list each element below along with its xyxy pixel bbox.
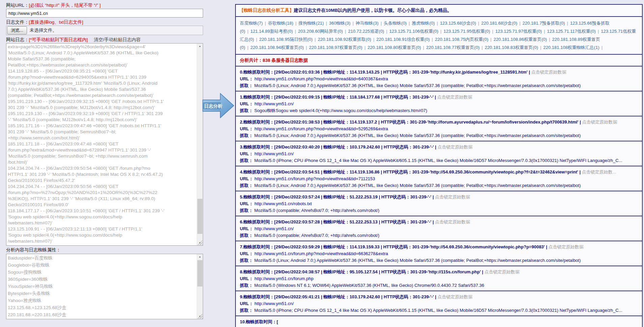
stat-separator: | <box>353 21 354 26</box>
file-status-text: 未选择文件。 <box>30 27 57 33</box>
analyze-log-button[interactable]: 日志分析 <box>202 92 235 119</box>
spider-stat-link[interactable]: 谷歌蜘蛛(18) <box>268 21 293 26</box>
entry-url-link[interactable]: http://www.ym51.cn/forum.php <box>254 276 313 281</box>
attr-scrollbar[interactable]: ▲ ▼ <box>197 254 203 319</box>
scroll-up-icon[interactable]: ▲ <box>197 254 203 259</box>
spider-stat-link[interactable]: 123.125.71.95低权重(0) <box>444 29 490 34</box>
spider-stat-link[interactable]: 121.14.89新站考察(0) <box>250 29 293 34</box>
lock-raw-data-link[interactable]: 点击锁定原始数据 <box>582 119 617 125</box>
url-field-label: URL： <box>240 101 253 106</box>
log-entry: 5.蜘蛛抓取时间：[29/Dec/2022:03:57:24 | 蜘蛛IP地址：… <box>236 191 642 216</box>
spider-stat-link[interactable]: 220.181.108.97权重首页(0) <box>309 45 362 50</box>
site-log-textarea[interactable]: extra=page%3D1%26filter%3Dreply%26orderb… <box>6 44 197 246</box>
url-field-label: URL： <box>240 201 253 206</box>
entry-url-link[interactable]: http://www.ym51.cn/forum.php?mod=viewthr… <box>254 126 388 131</box>
url-field-label: URL： <box>240 176 253 181</box>
spider-stat-link[interactable]: 220.181.108.94权重首页(0) <box>250 45 304 50</box>
entry-url-link[interactable]: http://www.ym51.cn/forum.php?mod=viewthr… <box>254 251 388 256</box>
entry-url-link[interactable]: http://www.ym51.cn/ <box>254 151 293 156</box>
spider-stat-link[interactable]: 雅虎蜘蛛(0) <box>412 21 435 26</box>
entry-user-agent-text: Mozilla/5.0 (Linux; Android 7.0;) AppleW… <box>254 133 581 138</box>
spider-stat-link[interactable]: 123.125.71.106低权重(0) <box>389 29 438 34</box>
spider-stat-link[interactable]: 220.181.7预备抓取(0) <box>523 21 565 26</box>
stat-separator: | <box>540 45 541 50</box>
url-field-label: URL： <box>240 151 253 156</box>
spider-stat-link[interactable]: 220.181.108.91综合权重(0) <box>376 37 430 42</box>
spider-stat-link[interactable]: 神马蜘蛛(3) <box>356 21 379 26</box>
lock-raw-data-link[interactable]: 点击锁定原始数据 <box>437 94 472 100</box>
entry-url-link[interactable]: http://www.ym51.cn/ <box>254 101 293 106</box>
stat-separator: | <box>295 29 296 34</box>
lock-raw-data-link[interactable]: 点击锁定原始数据 <box>438 144 473 149</box>
entry-url-link[interactable]: http://www.ym51.cn/ <box>254 301 293 306</box>
ua-field-label: 抓取： <box>240 158 253 163</box>
entry-user-agent-text: Mozilla/5.0 (Linux; Android 7.0;) AppleW… <box>254 258 581 263</box>
log-scrollbar[interactable]: ▲ ▼ <box>197 44 203 245</box>
spider-stat-link[interactable]: 220.181.108.75内页权重(0) <box>435 37 488 42</box>
entry-meta-text: 4.蜘蛛抓取时间：[29/Dec/2022:03:54:51 | 蜘蛛IP地址：… <box>240 169 582 174</box>
entry-url-link[interactable]: http://www.ym51.cn/forum.php?mod=viewthr… <box>254 76 388 81</box>
spider-stat-link[interactable]: 220.181.108.92权重抓取(0) <box>318 37 371 42</box>
spider-stat-link[interactable]: 220.181.108权重蜘蛛汇总(1) <box>543 45 599 50</box>
spider-stat-link[interactable]: 220.181.108.80权重首页(0) <box>368 45 421 50</box>
stat-separator: | <box>409 21 410 26</box>
scrollbar-thumb[interactable] <box>197 260 202 287</box>
log-file-input[interactable]: 浏览... 未选择文件。 <box>6 26 203 35</box>
log-file-label: 日志文件： <box>6 20 29 25</box>
lock-raw-data-link[interactable]: 点击锁定原始数据 <box>484 269 520 274</box>
spider-stat-link[interactable]: 220.181.108.83权重首页(0) <box>485 45 538 50</box>
spider-stat-link[interactable]: 360蜘蛛(3) <box>329 21 351 26</box>
site-log-textarea-frame: extra=page%3D1%26filter%3Dreply%26orderb… <box>6 43 203 246</box>
entry-meta-text: 6.蜘蛛抓取时间：[29/Dec/2022:03:57:28 | 蜘蛛IP地址：… <box>240 219 435 224</box>
tool-name: 【蜘蛛日志在线分析工具】 <box>239 8 294 13</box>
spider-stats: 百度蜘蛛(7)|谷歌蜘蛛(18)|搜狗蜘蛛(21)|360蜘蛛(3)|神马蜘蛛(… <box>236 17 642 55</box>
spider-stat-link[interactable]: 123.125.68沙盒(0) <box>440 21 476 26</box>
stat-separator: | <box>373 37 374 42</box>
entry-url-link[interactable]: http://www.ym51.cn/forum.php?mod=viewthr… <box>254 176 375 181</box>
ua-field-label: 抓取： <box>240 208 253 213</box>
url-field-label: URL： <box>240 126 253 131</box>
clear-paste-log-link[interactable]: 清空/手动粘贴日志内容 <box>94 37 141 42</box>
spider-stat-link[interactable]: 搜狗蜘蛛(21) <box>299 21 324 26</box>
spider-stat-link[interactable]: 123.125.71.117低权重(0) <box>547 29 596 34</box>
entry-user-agent-text: Mozilla/5.0 (iPhone; CPU iPhone OS 12_1_… <box>254 158 622 163</box>
entry-meta-text: 2.蜘蛛抓取时间：[29/Dec/2022:01:38:53 | 蜘蛛IP地址：… <box>240 119 582 125</box>
browse-button[interactable]: 浏览... <box>7 26 27 34</box>
site-url-input[interactable] <box>6 9 203 18</box>
entry-meta-text: 5.蜘蛛抓取时间：[29/Dec/2022:03:57:24 | 蜘蛛IP地址：… <box>240 194 435 199</box>
spider-stat-link[interactable]: 123.125.71.97低权重(0) <box>495 29 542 34</box>
lock-raw-data-link[interactable]: 点击锁定原始数据 <box>435 219 470 224</box>
stat-separator: | <box>295 21 296 26</box>
spider-stat-link[interactable]: 220.181.108.77权重首页(0) <box>426 45 479 50</box>
entry-user-agent-text: Mozilla/5.0 (Linux; Android 7.0;) AppleW… <box>254 183 581 188</box>
lock-raw-data-link[interactable]: 点击锁定原始数据 <box>435 194 470 199</box>
lock-raw-data-link[interactable]: 点击锁定原始数... <box>582 169 616 174</box>
entry-meta-text: 10.蜘蛛抓取时间：[ <box>240 319 278 324</box>
spider-stat-link[interactable]: 百度蜘蛛(7) <box>240 21 263 26</box>
lock-raw-data-link[interactable]: 点击锁定原始数据 <box>531 70 566 75</box>
spider-stat-link[interactable]: 210.72.225巡逻(0) <box>348 29 384 34</box>
spider-stat-link[interactable]: 220.181.68沙盒(0) <box>481 21 517 26</box>
entry-user-agent-text: Mozilla/5.0 (compatible; AhrefsBot/7.0; … <box>254 233 380 238</box>
stat-separator: | <box>491 37 492 42</box>
lock-raw-data-link[interactable]: 点击锁定原始数据 <box>438 294 473 299</box>
spider-attr-textarea[interactable]: Baiduspider=百度蜘蛛 Googlebot=谷歌蜘蛛 Sogou=搜狗… <box>6 254 197 319</box>
spider-attr-textarea-frame: Baiduspider=百度蜘蛛 Googlebot=谷歌蜘蛛 Sogou=搜狗… <box>6 254 203 319</box>
scroll-up-icon[interactable]: ▲ <box>197 44 203 49</box>
entry-url-link[interactable]: http://www.ym51.cn/robots.txt <box>254 201 312 206</box>
entry-meta-text: 3.蜘蛛抓取时间：[29/Dec/2022:03:40:20 | 蜘蛛IP地址：… <box>240 144 438 149</box>
stat-separator: | <box>247 29 248 34</box>
url-field-label: URL： <box>240 276 253 281</box>
stat-separator: | <box>386 29 387 34</box>
entry-url-link[interactable]: http://www.ym51.cn/ <box>254 226 293 231</box>
spider-stat-link[interactable]: 头条蜘蛛(0) <box>384 21 407 26</box>
spider-stat-link[interactable]: 220.181.108.95隔日快照(0) <box>259 37 312 42</box>
spider-stat-link[interactable]: 203.208.60网站异常(0) <box>298 29 343 34</box>
log-entry: 2.蜘蛛抓取时间：[29/Dec/2022:01:38:53 | 蜘蛛IP地址：… <box>236 116 642 141</box>
entry-meta-text: 7.蜘蛛抓取时间：[29/Dec/2022:03:59:29 | 蜘蛛IP地址：… <box>240 244 549 249</box>
scrollbar-thumb[interactable] <box>197 199 202 234</box>
url-field-label: URL： <box>240 226 253 231</box>
stat-separator: | <box>256 37 257 42</box>
spider-stat-link[interactable]: 220.181.108.86权重首页(0) <box>494 37 547 42</box>
lock-raw-data-link[interactable]: 点击锁定原始数据 <box>549 244 584 249</box>
